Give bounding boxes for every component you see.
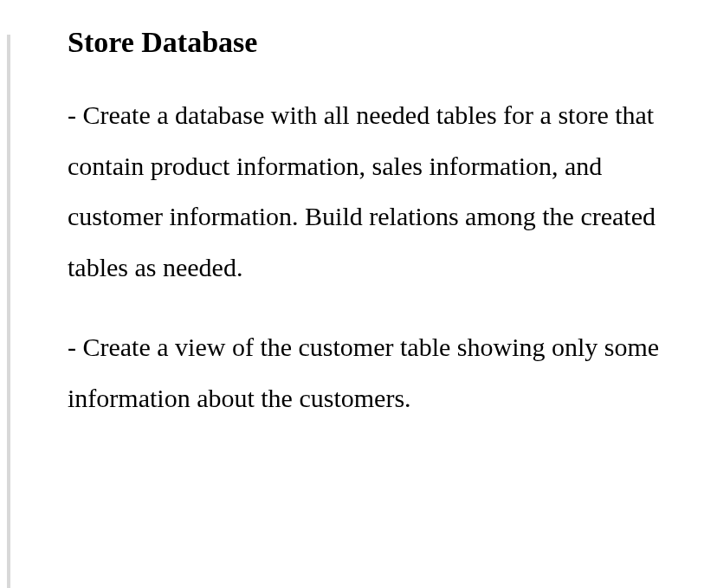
vertical-rule bbox=[7, 35, 10, 588]
document-content: Store Database - Create a database with … bbox=[52, 26, 665, 423]
paragraph-1: - Create a database with all needed tabl… bbox=[68, 90, 665, 293]
paragraph-2: - Create a view of the customer table sh… bbox=[68, 322, 665, 423]
document-heading: Store Database bbox=[68, 26, 665, 59]
